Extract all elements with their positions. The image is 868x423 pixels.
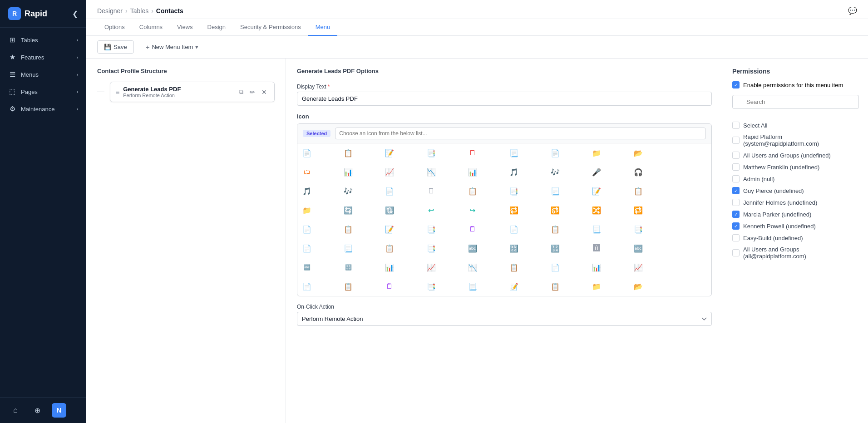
icon-cell[interactable]: 🔂: [546, 201, 565, 220]
on-click-select[interactable]: Perform Remote Action Open URL Open Form…: [297, 312, 712, 326]
icon-cell[interactable]: ↩: [422, 201, 441, 220]
active-nav-button[interactable]: N: [52, 403, 66, 418]
guy-pierce-checkbox[interactable]: [732, 187, 740, 194]
icon-cell[interactable]: 🔃: [380, 201, 399, 220]
tab-security[interactable]: Security & Permissions: [233, 19, 308, 36]
tab-columns[interactable]: Columns: [132, 19, 170, 36]
sidebar-item-maintenance[interactable]: ⚙ Maintenance ›: [0, 100, 86, 118]
icon-cell[interactable]: 📂: [629, 277, 648, 296]
icon-cell[interactable]: 📃: [463, 277, 482, 296]
icon-cell[interactable]: 🔁: [629, 201, 648, 220]
icon-cell[interactable]: 🎵: [504, 162, 523, 182]
icon-cell[interactable]: 🎶: [546, 162, 565, 182]
icon-cell[interactable]: 🎤: [587, 162, 606, 182]
icon-cell[interactable]: 📊: [463, 162, 482, 182]
kenneth-powell-checkbox[interactable]: [732, 222, 740, 230]
icon-cell[interactable]: 📈: [629, 258, 648, 277]
save-button[interactable]: 💾 Save: [97, 40, 134, 54]
sidebar-item-tables[interactable]: ⊞ Tables ›: [0, 31, 86, 49]
icon-cell[interactable]: 📁: [587, 143, 606, 162]
select-all-checkbox[interactable]: [732, 122, 740, 129]
icon-cell[interactable]: 📋: [504, 258, 523, 277]
icon-cell[interactable]: 📝: [380, 220, 399, 239]
icon-cell[interactable]: 📝: [380, 143, 399, 162]
icon-cell[interactable]: 📄: [297, 220, 316, 239]
icon-cell[interactable]: 📑: [422, 220, 441, 239]
sidebar-collapse-button[interactable]: ❮: [72, 10, 78, 18]
icon-cell[interactable]: 🔁: [504, 201, 523, 220]
icon-cell[interactable]: 🗒: [422, 182, 441, 201]
sidebar-item-pages[interactable]: ⬚ Pages ›: [0, 83, 86, 100]
icon-cell[interactable]: 📄: [546, 258, 565, 277]
icon-cell[interactable]: 🔢: [546, 239, 565, 258]
icon-cell[interactable]: 🗂: [297, 162, 316, 182]
icon-cell[interactable]: 📂: [629, 143, 648, 162]
admin-null-checkbox[interactable]: [732, 175, 740, 182]
breadcrumb-tables[interactable]: Tables: [130, 7, 148, 15]
icon-cell[interactable]: 🔀: [587, 201, 606, 220]
icon-cell[interactable]: 📋: [546, 220, 565, 239]
icon-cell[interactable]: 📄: [297, 277, 316, 296]
icon-cell[interactable]: 📋: [629, 182, 648, 201]
drag-handle-icon[interactable]: ≡: [116, 89, 119, 96]
icon-cell[interactable]: 📋: [339, 277, 358, 296]
icon-cell[interactable]: 📃: [546, 182, 565, 201]
icon-cell[interactable]: 📋: [546, 277, 565, 296]
icon-cell[interactable]: 📃: [504, 143, 523, 162]
icon-cell[interactable]: 🔤: [463, 239, 482, 258]
icon-search-input[interactable]: [335, 128, 706, 139]
icon-cell[interactable]: 🔡: [339, 258, 358, 277]
icon-cell[interactable]: 🎵: [297, 182, 316, 201]
icon-cell[interactable]: 🔡: [504, 239, 523, 258]
permissions-search-input[interactable]: [732, 95, 859, 109]
tab-views[interactable]: Views: [170, 19, 200, 36]
icon-cell[interactable]: 📊: [587, 258, 606, 277]
enable-permissions-checkbox[interactable]: [732, 81, 740, 89]
sitemap-button[interactable]: ⊕: [30, 403, 44, 418]
icon-cell[interactable]: 📑: [422, 143, 441, 162]
sidebar-item-features[interactable]: ★ Features ›: [0, 49, 86, 66]
icon-cell[interactable]: ↪: [463, 201, 482, 220]
icon-cell[interactable]: 📈: [422, 258, 441, 277]
icon-cell[interactable]: 🎧: [629, 162, 648, 182]
icon-cell[interactable]: 🎶: [339, 182, 358, 201]
icon-cell[interactable]: 📝: [587, 182, 606, 201]
all-users-undefined-checkbox[interactable]: [732, 152, 740, 159]
icon-cell[interactable]: 📁: [587, 277, 606, 296]
tab-design[interactable]: Design: [200, 19, 233, 36]
jennifer-holmes-checkbox[interactable]: [732, 199, 740, 206]
icon-cell[interactable]: 🗒: [463, 143, 482, 162]
icon-cell[interactable]: 🗒: [463, 220, 482, 239]
icon-cell[interactable]: 🔤: [297, 258, 316, 277]
icon-cell[interactable]: 📄: [297, 143, 316, 162]
icon-cell[interactable]: 📄: [297, 239, 316, 258]
icon-cell[interactable]: 📑: [422, 239, 441, 258]
icon-cell[interactable]: 📊: [380, 258, 399, 277]
icon-cell[interactable]: 📄: [546, 143, 565, 162]
icon-cell[interactable]: 📋: [463, 182, 482, 201]
icon-cell[interactable]: 📄: [380, 182, 399, 201]
icon-cell[interactable]: 🔤: [629, 239, 648, 258]
icon-cell[interactable]: 🔄: [339, 201, 358, 220]
icon-cell[interactable]: 📑: [504, 182, 523, 201]
copy-menu-item-button[interactable]: ⧉: [237, 87, 245, 97]
icon-cell[interactable]: 🗒: [380, 277, 399, 296]
icon-cell[interactable]: 📃: [587, 220, 606, 239]
sidebar-item-menus[interactable]: ☰ Menus ›: [0, 66, 86, 83]
icon-cell[interactable]: 📋: [380, 239, 399, 258]
icon-cell[interactable]: 📈: [380, 162, 399, 182]
edit-menu-item-button[interactable]: ✏: [248, 88, 257, 97]
marcia-parker-checkbox[interactable]: [732, 211, 740, 218]
icon-cell[interactable]: 📉: [422, 162, 441, 182]
display-text-input[interactable]: [297, 92, 712, 106]
home-button[interactable]: ⌂: [8, 403, 23, 418]
delete-menu-item-button[interactable]: ✕: [260, 88, 269, 97]
icon-cell[interactable]: 📊: [339, 162, 358, 182]
icon-cell[interactable]: 📃: [339, 239, 358, 258]
chat-icon[interactable]: 💬: [848, 6, 857, 15]
tab-menu[interactable]: Menu: [308, 19, 338, 36]
icon-cell[interactable]: 📉: [463, 258, 482, 277]
icon-cell[interactable]: 📋: [339, 220, 358, 239]
new-menu-item-button[interactable]: + New Menu Item ▾: [139, 40, 205, 54]
matthew-franklin-checkbox[interactable]: [732, 163, 740, 171]
